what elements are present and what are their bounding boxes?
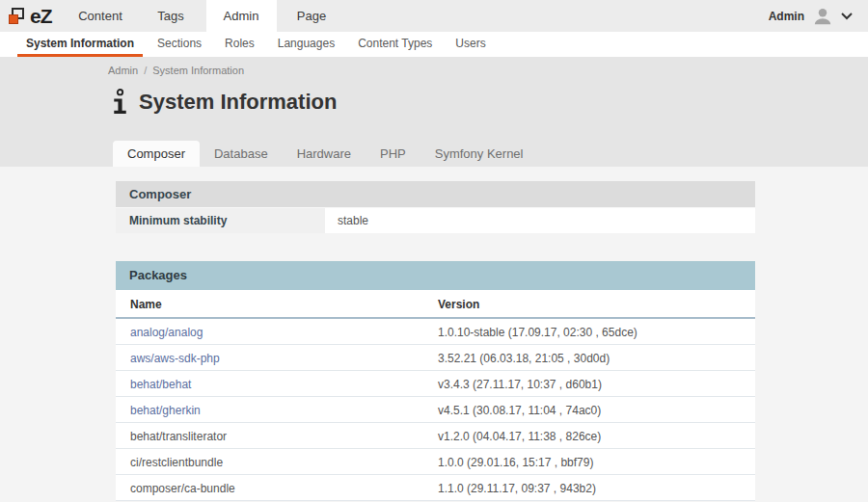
- tab-symfony-kernel[interactable]: Symfony Kernel: [420, 141, 538, 167]
- package-link[interactable]: analog/analog: [130, 326, 203, 339]
- page-title: System Information: [139, 90, 337, 115]
- column-header-version: Version: [434, 290, 755, 317]
- tab-database[interactable]: Database: [200, 141, 283, 167]
- package-name: behat/transliterator: [130, 430, 227, 443]
- table-row: analog/analog 1.0.10-stable (17.09.17, 0…: [116, 319, 755, 345]
- package-link[interactable]: behat/gherkin: [130, 404, 201, 417]
- nav-item-tags[interactable]: Tags: [136, 0, 206, 32]
- main-nav: Content Tags Admin Page: [66, 0, 347, 32]
- nav-item-admin[interactable]: Admin: [206, 0, 277, 32]
- table-row: ci/restclientbundle 1.0.0 (29.01.16, 15:…: [116, 449, 755, 475]
- package-version: 3.52.21 (06.03.18, 21:05 , 30d0d): [438, 352, 610, 365]
- subnav-item-roles[interactable]: Roles: [216, 32, 263, 57]
- packages-header-row: Name Version: [116, 290, 755, 319]
- table-row: composer/ca-bundle 1.1.0 (29.11.17, 09:3…: [116, 475, 755, 501]
- package-version: 1.1.0 (29.11.17, 09:37 , 943b2): [438, 482, 596, 495]
- table-row: aws/aws-sdk-php 3.52.21 (06.03.18, 21:05…: [116, 345, 755, 371]
- table-row: behat/transliterator v1.2.0 (04.04.17, 1…: [116, 423, 755, 449]
- packages-table-title: Packages: [116, 261, 755, 290]
- table-row: behat/gherkin v4.5.1 (30.08.17, 11:04 , …: [116, 397, 755, 423]
- nav-item-page[interactable]: Page: [277, 0, 347, 32]
- composer-row-value: stable: [325, 208, 755, 233]
- tab-hardware[interactable]: Hardware: [283, 141, 366, 167]
- breadcrumb: Admin/System Information: [108, 65, 244, 76]
- logo-text: eZ: [30, 5, 52, 28]
- subnav-item-content-types[interactable]: Content Types: [349, 32, 441, 57]
- tab-composer[interactable]: Composer: [113, 141, 200, 167]
- package-link[interactable]: aws/aws-sdk-php: [130, 352, 220, 365]
- breadcrumb-admin[interactable]: Admin: [108, 65, 138, 76]
- column-header-name: Name: [116, 290, 434, 317]
- package-name: composer/ca-bundle: [130, 482, 235, 495]
- subnav-item-languages[interactable]: Languages: [269, 32, 343, 57]
- user-name: Admin: [769, 10, 804, 23]
- table-row: Minimum stability stable: [116, 208, 755, 233]
- avatar-icon: [812, 6, 833, 27]
- breadcrumb-current: System Information: [152, 65, 244, 76]
- admin-subnav: System Information Sections Roles Langua…: [0, 32, 868, 57]
- topbar: eZ Content Tags Admin Page Admin: [0, 0, 868, 32]
- section-tabs: Composer Database Hardware PHP Symfony K…: [113, 141, 537, 167]
- package-link[interactable]: behat/behat: [130, 378, 191, 391]
- package-version: v3.4.3 (27.11.17, 10:37 , d60b1): [438, 378, 602, 391]
- composer-table-title: Composer: [116, 181, 755, 208]
- subnav-item-sections[interactable]: Sections: [149, 32, 210, 57]
- package-version: v1.2.0 (04.04.17, 11:38 , 826ce): [438, 430, 601, 443]
- package-version: 1.0.10-stable (17.09.17, 02:30 , 65dce): [438, 326, 637, 339]
- tab-php[interactable]: PHP: [366, 141, 420, 167]
- table-row: behat/behat v3.4.3 (27.11.17, 10:37 , d6…: [116, 371, 755, 397]
- ez-logo[interactable]: eZ: [0, 0, 66, 32]
- chevron-down-icon[interactable]: [841, 13, 853, 20]
- app-window: eZ Content Tags Admin Page Admin System …: [0, 0, 868, 502]
- package-version: 1.0.0 (29.01.16, 15:17 , bbf79): [438, 456, 593, 469]
- nav-item-content[interactable]: Content: [66, 0, 136, 32]
- breadcrumb-separator: /: [144, 65, 147, 76]
- tab-panel-composer: Composer Minimum stability stable Packag…: [0, 167, 868, 501]
- ez-logo-icon: [9, 8, 26, 24]
- page-header: Admin/System Information System Informat…: [0, 57, 868, 167]
- subnav-item-users[interactable]: Users: [447, 32, 494, 57]
- composer-table: Composer Minimum stability stable: [116, 181, 755, 233]
- info-icon: [113, 89, 127, 115]
- package-version: v4.5.1 (30.08.17, 11:04 , 74ac0): [438, 404, 601, 417]
- composer-row-label: Minimum stability: [116, 208, 325, 233]
- user-menu[interactable]: Admin: [769, 0, 868, 32]
- subnav-item-system-information[interactable]: System Information: [17, 32, 143, 57]
- package-name: ci/restclientbundle: [130, 456, 223, 469]
- packages-table: Packages Name Version analog/analog 1.0.…: [116, 261, 755, 501]
